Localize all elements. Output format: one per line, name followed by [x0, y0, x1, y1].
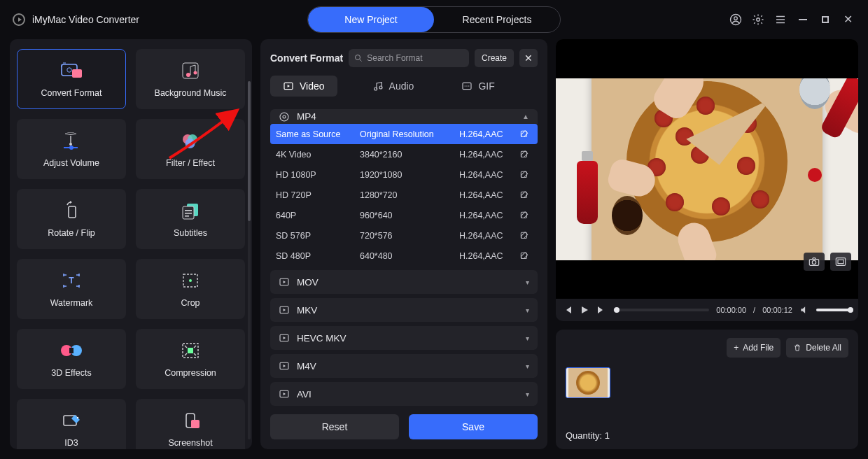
tool-label: Watermark	[50, 298, 93, 308]
create-format-button[interactable]: Create	[475, 49, 514, 67]
format-group-label: HEVC MKV	[297, 333, 346, 344]
svg-point-36	[374, 87, 377, 90]
format-group-mp4-label: MP4	[297, 111, 316, 122]
format-group-hevc-mkv[interactable]: HEVC MKV▾	[270, 326, 538, 350]
preset-resolution: 1280*720	[360, 190, 459, 200]
video-preview[interactable]	[556, 39, 858, 299]
chevron-up-icon: ▲	[522, 113, 529, 120]
format-tab-gif[interactable]: GIF	[449, 76, 507, 97]
edit-icon[interactable]	[519, 190, 529, 200]
play-button[interactable]	[580, 305, 589, 315]
music-icon	[178, 60, 202, 81]
svg-point-40	[283, 115, 286, 118]
new-project-tab[interactable]: New Project	[308, 7, 434, 32]
window-minimize-button[interactable]	[797, 13, 809, 26]
tool-rotate-flip[interactable]: Rotate / Flip	[17, 189, 126, 249]
tool-convert-format[interactable]: Convert Format	[17, 49, 126, 109]
settings-icon[interactable]	[752, 13, 764, 26]
quantity-label: Quantity: 1	[566, 423, 848, 441]
tool-3d-effects[interactable]: 3D Effects	[17, 329, 126, 389]
tool-label: Adjust Volume	[43, 158, 99, 168]
prev-frame-button[interactable]	[563, 305, 573, 315]
tool-compression[interactable]: Compression	[136, 329, 245, 389]
format-group-mov[interactable]: MOV▾	[270, 270, 538, 294]
tool-screenshot[interactable]: Screenshot	[136, 399, 245, 449]
preset-row[interactable]: HD 1080P1920*1080H.264,AAC	[270, 164, 538, 185]
edit-icon[interactable]	[519, 170, 529, 180]
preset-name: SD 576P	[276, 231, 360, 241]
capture-frame-button[interactable]	[804, 253, 825, 271]
format-group-m4v[interactable]: M4V▾	[270, 354, 538, 378]
format-group-avi[interactable]: AVI▾	[270, 382, 538, 406]
container-icon	[279, 360, 290, 372]
edit-icon[interactable]	[519, 150, 529, 160]
add-file-button[interactable]: + Add File	[727, 338, 780, 358]
delete-all-button[interactable]: Delete All	[786, 338, 848, 358]
mp4-icon	[279, 111, 290, 122]
fullscreen-button[interactable]	[830, 253, 851, 271]
tool-filter-effect[interactable]: Filter / Effect	[136, 119, 245, 179]
preset-name: HD 1080P	[276, 170, 360, 180]
fullscreen-icon	[835, 257, 846, 267]
preset-row[interactable]: 4K Video3840*2160H.264,AAC	[270, 144, 538, 164]
edit-icon[interactable]	[519, 231, 529, 241]
svg-point-10	[69, 143, 72, 146]
preset-row[interactable]: HD 720P1280*720H.264,AAC	[270, 185, 538, 205]
svg-point-31	[77, 417, 78, 418]
tool-subtitles[interactable]: Subtitles	[136, 189, 245, 249]
svg-rect-16	[69, 206, 76, 218]
save-button[interactable]: Save	[409, 414, 538, 439]
project-segmented: New Project Recent Projects	[307, 6, 561, 33]
preset-row[interactable]: 640P960*640H.264,AAC	[270, 205, 538, 225]
convert-icon	[59, 60, 83, 81]
close-panel-button[interactable]: ✕	[519, 49, 538, 67]
format-tab-audio[interactable]: Audio	[360, 76, 427, 97]
container-icon	[279, 332, 290, 344]
mute-button[interactable]	[799, 305, 809, 315]
tool-id3[interactable]: ID3	[17, 399, 126, 449]
tool-adjust-volume[interactable]: Adjust Volume	[17, 119, 126, 179]
preset-row[interactable]: Same as SourceOriginal ResolutionH.264,A…	[270, 124, 538, 144]
format-tab-label: GIF	[478, 80, 494, 92]
format-group-label: AVI	[297, 389, 312, 400]
edit-icon[interactable]	[519, 129, 529, 139]
svg-rect-4	[72, 69, 82, 78]
recent-projects-tab[interactable]: Recent Projects	[434, 7, 560, 32]
format-group-label: M4V	[297, 361, 316, 372]
file-thumbnail[interactable]	[566, 367, 610, 398]
tool-watermark[interactable]: TWatermark	[17, 259, 126, 319]
tool-label: Rotate / Flip	[48, 228, 94, 238]
edit-icon[interactable]	[519, 251, 529, 261]
volume-slider[interactable]	[816, 309, 851, 311]
window-close-button[interactable]: ✕	[841, 13, 854, 26]
svg-point-24	[189, 279, 192, 282]
seek-bar[interactable]	[613, 309, 709, 311]
reset-button[interactable]: Reset	[270, 414, 399, 439]
svg-point-2	[757, 18, 760, 22]
chevron-down-icon: ▾	[526, 306, 529, 314]
format-group-mkv[interactable]: MKV▾	[270, 298, 538, 322]
edit-icon[interactable]	[519, 211, 529, 220]
chevron-down-icon: ▾	[526, 334, 529, 342]
svg-rect-56	[838, 260, 844, 263]
sidebar-scrollbar-thumb[interactable]	[248, 81, 251, 221]
tool-background-music[interactable]: Background Music	[136, 49, 245, 109]
preset-row[interactable]: SD 576P720*576H.264,AAC	[270, 225, 538, 246]
window-maximize-button[interactable]	[819, 13, 832, 26]
id3-icon	[59, 410, 83, 431]
next-frame-button[interactable]	[596, 305, 606, 315]
container-icon	[279, 388, 290, 400]
account-icon[interactable]	[729, 13, 742, 26]
format-group-label: MOV	[297, 277, 318, 288]
search-format-input[interactable]: Search Format	[349, 49, 469, 67]
save-label: Save	[462, 421, 484, 432]
format-group-mp4[interactable]: MP4 ▲	[270, 109, 538, 124]
format-group-label: MKV	[297, 305, 317, 316]
tool-label: Compression	[164, 368, 216, 378]
svg-point-37	[379, 86, 382, 89]
format-tab-video[interactable]: Video	[270, 76, 337, 97]
menu-icon[interactable]	[774, 13, 787, 26]
chevron-down-icon: ▾	[526, 390, 529, 398]
tool-crop[interactable]: Crop	[136, 259, 245, 319]
preset-row[interactable]: SD 480P640*480H.264,AAC	[270, 246, 538, 266]
